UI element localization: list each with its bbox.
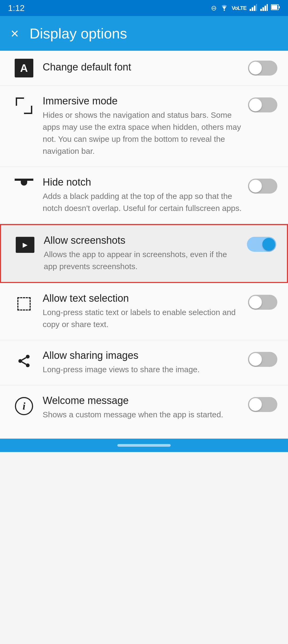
setting-content-welcome-message: Welcome message Shows a custom message w… [37, 395, 248, 421]
setting-title-hide-notch: Hide notch [43, 176, 243, 188]
font-a-icon: A [11, 59, 37, 77]
toggle-immersive-mode[interactable] [248, 97, 277, 112]
setting-title-change-default-font: Change default font [43, 61, 243, 73]
screenshot-icon [12, 235, 38, 253]
settings-list: A Change default font Immersive mode Hid… [0, 51, 288, 439]
close-button[interactable]: × [11, 26, 19, 40]
setting-item-allow-text-selection[interactable]: Allow text selection Long-press static t… [0, 283, 288, 340]
svg-rect-10 [271, 5, 277, 9]
dnd-icon: ⊖ [211, 4, 217, 12]
info-icon: i [11, 395, 37, 415]
volte-icon: VoLTE [232, 5, 246, 11]
svg-rect-2 [252, 7, 253, 11]
setting-desc-hide-notch: Adds a black padding at the top of the a… [43, 190, 243, 214]
setting-content-change-default-font: Change default font [37, 61, 248, 75]
setting-content-allow-text-selection: Allow text selection Long-press static t… [37, 293, 248, 330]
svg-point-0 [223, 9, 225, 11]
svg-rect-1 [250, 9, 251, 11]
setting-title-welcome-message: Welcome message [43, 395, 243, 406]
bottom-bar [0, 439, 288, 452]
setting-title-allow-sharing-images: Allow sharing images [43, 350, 243, 361]
toggle-hide-notch[interactable] [248, 179, 277, 194]
signal2-icon [260, 3, 268, 13]
svg-rect-7 [265, 6, 266, 11]
svg-rect-4 [256, 4, 257, 11]
toggle-change-default-font[interactable] [248, 61, 277, 76]
svg-rect-6 [262, 7, 264, 11]
setting-desc-allow-screenshots: Allows the app to appear in screenshots,… [44, 248, 242, 272]
svg-point-14 [26, 363, 30, 367]
setting-item-immersive-mode[interactable]: Immersive mode Hides or shows the naviga… [0, 86, 288, 167]
page-title: Display options [29, 25, 127, 42]
svg-line-16 [22, 358, 26, 360]
setting-item-change-default-font[interactable]: A Change default font [0, 51, 288, 86]
signal1-icon [250, 3, 257, 13]
setting-title-immersive-mode: Immersive mode [43, 95, 243, 107]
notch-icon [11, 176, 37, 187]
battery-icon [271, 3, 280, 13]
setting-desc-allow-sharing-images: Long-press image views to share the imag… [43, 363, 243, 375]
setting-desc-welcome-message: Shows a custom message when the app is s… [43, 409, 243, 421]
setting-title-allow-screenshots: Allow screenshots [44, 235, 242, 246]
setting-item-hide-notch[interactable]: Hide notch Adds a black padding at the t… [0, 167, 288, 224]
setting-content-allow-sharing-images: Allow sharing images Long-press image vi… [37, 350, 248, 375]
setting-title-allow-text-selection: Allow text selection [43, 293, 243, 304]
fullscreen-icon [11, 95, 37, 114]
wifi-icon [220, 3, 229, 13]
svg-point-12 [26, 355, 30, 359]
status-time: 1:12 [8, 3, 25, 13]
svg-rect-5 [260, 9, 262, 11]
home-gesture-bar [117, 444, 171, 447]
toggle-allow-screenshots[interactable] [247, 237, 276, 252]
text-select-icon [11, 293, 37, 313]
setting-content-allow-screenshots: Allow screenshots Allows the app to appe… [38, 235, 247, 272]
toggle-allow-sharing-images[interactable] [248, 352, 277, 367]
toolbar: × Display options [0, 16, 288, 51]
toggle-welcome-message[interactable] [248, 397, 277, 412]
setting-item-welcome-message[interactable]: i Welcome message Shows a custom message… [0, 385, 288, 439]
svg-rect-8 [267, 4, 268, 11]
status-icons: ⊖ VoLTE [211, 3, 280, 13]
setting-content-hide-notch: Hide notch Adds a black padding at the t… [37, 176, 248, 214]
svg-rect-11 [279, 6, 280, 8]
svg-line-15 [22, 362, 26, 364]
svg-point-13 [18, 359, 22, 363]
setting-item-allow-sharing-images[interactable]: Allow sharing images Long-press image vi… [0, 340, 288, 385]
status-bar: 1:12 ⊖ VoLTE [0, 0, 288, 16]
svg-rect-3 [254, 6, 255, 11]
setting-desc-allow-text-selection: Long-press static text or labels to enab… [43, 306, 243, 330]
share-icon [11, 350, 37, 370]
setting-desc-immersive-mode: Hides or shows the navigation and status… [43, 109, 243, 157]
setting-item-allow-screenshots[interactable]: Allow screenshots Allows the app to appe… [0, 224, 288, 283]
toggle-allow-text-selection[interactable] [248, 295, 277, 310]
setting-content-immersive-mode: Immersive mode Hides or shows the naviga… [37, 95, 248, 157]
